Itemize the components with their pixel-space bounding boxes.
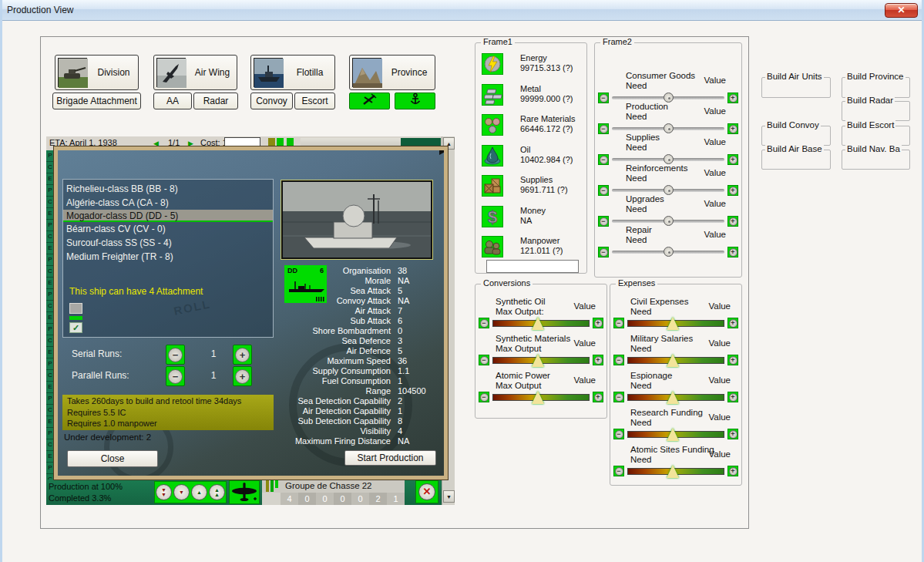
close-button[interactable]: Close bbox=[67, 450, 158, 467]
slider-plus-button[interactable]: + bbox=[593, 392, 603, 402]
slider-plus-button[interactable]: + bbox=[727, 429, 738, 439]
stat-row: Maximum Firing DistanceNA bbox=[158, 436, 440, 446]
build-airbase-icon-button[interactable] bbox=[349, 93, 390, 109]
slider-track[interactable] bbox=[612, 189, 724, 192]
parallel-runs-value: 1 bbox=[206, 370, 221, 381]
title-bar[interactable]: Production View ✕ bbox=[0, 0, 924, 21]
slider-thumb[interactable] bbox=[532, 354, 544, 367]
start-production-button[interactable]: Start Production bbox=[344, 450, 436, 466]
slider-thumb[interactable] bbox=[664, 247, 674, 257]
slider-track[interactable] bbox=[627, 431, 724, 438]
stat-label: Organisation bbox=[158, 266, 391, 276]
attachment-slot[interactable] bbox=[69, 303, 82, 314]
strip-letter: E bbox=[46, 347, 54, 358]
slider-plus-button[interactable]: + bbox=[727, 247, 738, 257]
stat-row: Fuel Consumption1 bbox=[158, 376, 440, 386]
slider-track[interactable] bbox=[492, 394, 590, 401]
slider-plus-button[interactable]: + bbox=[593, 318, 603, 328]
serial-runs-minus-button[interactable]: − bbox=[166, 345, 185, 365]
air-wing-button[interactable]: Air Wing bbox=[153, 55, 237, 90]
slider-row: −+ bbox=[610, 392, 741, 402]
slider-track[interactable] bbox=[612, 127, 724, 130]
slider-plus-button[interactable]: + bbox=[727, 355, 738, 365]
move-down-button[interactable]: ▼ bbox=[173, 484, 190, 500]
slider-track[interactable] bbox=[492, 357, 590, 364]
scroll-down-icon[interactable]: ▼ bbox=[443, 490, 455, 503]
slider-thumb[interactable] bbox=[532, 317, 544, 330]
slider-track[interactable] bbox=[627, 357, 724, 364]
ship-list-item[interactable]: Surcouf-class SS (SS - 4) bbox=[63, 236, 273, 250]
svg-text:$: $ bbox=[488, 207, 497, 227]
slider-minus-button[interactable]: − bbox=[613, 466, 624, 476]
ship-list-item[interactable]: Béarn-class CV (CV - 0) bbox=[63, 222, 273, 236]
cancel-production-button[interactable]: ✕ bbox=[415, 480, 438, 503]
slider-minus-button[interactable]: − bbox=[613, 318, 624, 328]
slider-thumb[interactable] bbox=[667, 317, 679, 330]
frame1-text-input[interactable] bbox=[486, 260, 579, 273]
slider-plus-button[interactable]: + bbox=[727, 466, 738, 476]
ship-list-item[interactable]: Mogador-class DD (DD - 5) bbox=[63, 210, 273, 222]
flotilla-button[interactable]: Flotilla bbox=[250, 55, 335, 90]
move-bottom-button[interactable]: ▼▼ bbox=[156, 484, 172, 500]
slider-minus-button[interactable]: − bbox=[613, 392, 624, 402]
attachment-checkbox[interactable]: ✓ bbox=[69, 322, 82, 333]
conversions-groupbox: Conversions Synthetic OilMax Output:Valu… bbox=[475, 284, 607, 419]
slider-group-espionage: EspionageNeedValue−+ bbox=[610, 371, 741, 391]
slider-minus-button[interactable]: − bbox=[479, 392, 489, 402]
slider-thumb[interactable] bbox=[667, 391, 679, 404]
slider-track[interactable] bbox=[627, 394, 724, 401]
strip-letter: E bbox=[46, 173, 54, 185]
aa-button[interactable]: AA bbox=[153, 93, 192, 109]
slider-plus-button[interactable]: + bbox=[727, 318, 738, 328]
unit-name-bar[interactable]: Groupe de Chasse 22 bbox=[262, 480, 405, 493]
slider-track[interactable] bbox=[627, 468, 724, 475]
slider-thumb[interactable] bbox=[667, 354, 679, 367]
ship-list-item[interactable]: Algérie-class CA (CA - 8) bbox=[63, 196, 273, 210]
stat-value: 5 bbox=[391, 286, 402, 296]
stat-value: 1 bbox=[391, 376, 402, 386]
ship-list-item[interactable]: Richelieu-class BB (BB - 8) bbox=[63, 182, 273, 196]
move-top-button[interactable]: ▲▲ bbox=[209, 484, 225, 500]
province-button[interactable]: Province bbox=[349, 55, 435, 90]
slider-minus-button[interactable]: − bbox=[613, 429, 624, 439]
window-close-button[interactable]: ✕ bbox=[885, 3, 918, 18]
escort-button[interactable]: Escort bbox=[294, 93, 335, 109]
slider-track[interactable] bbox=[612, 158, 724, 161]
serial-runs-plus-button[interactable]: + bbox=[233, 345, 252, 365]
slider-track[interactable] bbox=[612, 96, 724, 99]
ship-list-item[interactable]: Medium Freighter (TR - 8) bbox=[63, 250, 273, 264]
slider-track[interactable] bbox=[492, 320, 590, 327]
air-unit-tile[interactable] bbox=[229, 480, 260, 504]
slider-minus-button[interactable]: − bbox=[479, 318, 489, 328]
parallel-runs-plus-button[interactable]: + bbox=[233, 366, 252, 386]
slider-track[interactable] bbox=[612, 251, 724, 254]
slider-track[interactable] bbox=[612, 220, 724, 223]
slider-minus-button[interactable]: − bbox=[479, 355, 489, 365]
build-info-box: Takes 260days to build and retool time 3… bbox=[62, 395, 274, 430]
slider-plus-button[interactable]: + bbox=[593, 355, 603, 365]
expenses-groupbox: Expenses Civil ExpensesNeedValue−+Milita… bbox=[610, 284, 742, 486]
stat-row: Maximum Speed36 bbox=[158, 356, 440, 366]
resource-row: $MoneyNA bbox=[482, 206, 582, 229]
slider-group-synthetic-oil: Synthetic OilMax Output:Value−+ bbox=[475, 297, 606, 317]
counter-segment: 1 bbox=[387, 493, 405, 505]
radar-button[interactable]: Radar bbox=[193, 93, 238, 109]
stat-row: Sub Attack6 bbox=[158, 316, 440, 326]
build-navalbase-icon-button[interactable] bbox=[395, 93, 435, 109]
under-development-label: Under development: 2 bbox=[64, 432, 151, 442]
slider-minus-button[interactable]: − bbox=[613, 355, 624, 365]
division-button[interactable]: Division bbox=[55, 55, 139, 90]
metal-icon bbox=[482, 84, 503, 106]
slider-thumb[interactable] bbox=[532, 391, 544, 404]
slider-track[interactable] bbox=[627, 320, 724, 327]
slider-thumb[interactable] bbox=[667, 465, 679, 478]
parallel-runs-minus-button[interactable]: − bbox=[166, 366, 185, 386]
convoy-button[interactable]: Convoy bbox=[250, 93, 293, 109]
slider-plus-button[interactable]: + bbox=[727, 392, 738, 402]
move-up-button[interactable]: ▲ bbox=[191, 484, 207, 500]
brigade-attachment-button[interactable]: Brigade Attachment bbox=[52, 93, 141, 109]
slider-value-label: Value bbox=[708, 412, 731, 422]
slider-thumb[interactable] bbox=[667, 428, 679, 441]
strip-letter: C bbox=[46, 474, 54, 480]
slider-minus-button[interactable]: − bbox=[598, 247, 609, 257]
